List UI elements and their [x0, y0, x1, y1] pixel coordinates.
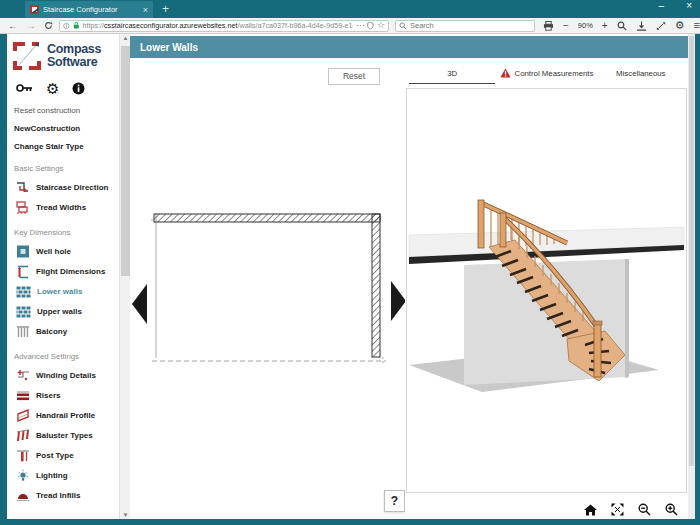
- sidebar-item-balcony[interactable]: Balcony: [16, 324, 119, 339]
- search-icon: [399, 22, 407, 30]
- site-favicon: [30, 5, 39, 14]
- page-title: Lower Walls: [140, 42, 198, 53]
- home-view-icon[interactable]: [584, 504, 597, 516]
- sidebar-scroll-thumb[interactable]: [121, 46, 130, 276]
- search-box[interactable]: [395, 20, 535, 32]
- sidebar-scrollbar[interactable]: ▲ ▼: [119, 34, 130, 519]
- sidebar-item-baluster-types[interactable]: Baluster Types: [16, 428, 119, 443]
- window-minimize-button[interactable]: –: [659, 0, 665, 11]
- compass-logo: Compass Software: [12, 41, 119, 71]
- tab-3d[interactable]: 3D: [405, 58, 499, 88]
- fit-view-icon[interactable]: [611, 503, 624, 516]
- change-stair-type-link[interactable]: Change Stair Type: [14, 142, 119, 151]
- back-button[interactable]: ←: [8, 21, 18, 31]
- zoom-out-3d-icon[interactable]: [638, 503, 651, 516]
- url-text: https://csstaircaseconfigurator.azureweb…: [82, 21, 353, 30]
- tread-widths-icon: [16, 201, 30, 214]
- settings-gear-icon[interactable]: ⚙: [675, 20, 685, 31]
- new-construction-link[interactable]: NewConstruction: [14, 124, 119, 133]
- post-type-icon: [16, 449, 30, 462]
- sidebar-item-post-type[interactable]: Post Type: [16, 448, 119, 463]
- window-close-button[interactable]: ×: [686, 0, 692, 11]
- secure-lock-icon[interactable]: [73, 21, 80, 30]
- print-icon[interactable]: [543, 21, 554, 31]
- sidebar-item-well-hole[interactable]: Well hole: [16, 244, 119, 259]
- section-key-dimensions: Key Dimensions: [14, 228, 119, 237]
- new-tab-button[interactable]: +: [162, 2, 169, 16]
- menu-icon[interactable]: ≡: [694, 20, 700, 31]
- tab-control-measurements[interactable]: Control Measurements: [499, 58, 593, 88]
- staircase-configurator-app: Compass Software ⚙ Reset construction Ne…: [7, 34, 695, 519]
- staircase-direction-icon: [16, 181, 30, 194]
- pocket-shield-icon[interactable]: [367, 21, 374, 30]
- search-input[interactable]: [410, 21, 520, 30]
- browser-toolbar: ← → https://csstaircaseconfigurator.azur…: [0, 18, 700, 34]
- sidebar-item-handrail-profile[interactable]: Handrail Profile: [16, 408, 119, 423]
- top-wall-hatched[interactable]: [154, 214, 380, 222]
- section-advanced-settings: Advanced Settings: [14, 352, 119, 361]
- bookmark-star-icon[interactable]: ☆: [377, 21, 385, 30]
- sidebar-item-tread-widths[interactable]: Tread Widths: [16, 200, 119, 215]
- compass-logo-icon: [12, 41, 42, 71]
- sidebar: Compass Software ⚙ Reset construction Ne…: [7, 34, 119, 519]
- reload-icon[interactable]: [44, 21, 53, 30]
- upper-walls-icon: [16, 306, 31, 318]
- page-header: Lower Walls: [130, 36, 688, 58]
- plan-2d-panel: Reset ?: [130, 58, 405, 519]
- zoom-in-3d-icon[interactable]: [665, 503, 678, 516]
- tab-close-icon[interactable]: ×: [143, 5, 148, 15]
- winding-details-icon: [16, 369, 30, 382]
- next-view-arrow[interactable]: [391, 281, 406, 321]
- page-scrollbar[interactable]: [688, 34, 695, 519]
- reset-construction-link[interactable]: Reset construction: [14, 106, 119, 115]
- sidebar-item-lighting[interactable]: Lighting: [16, 468, 119, 483]
- browser-titlebar: Staircase Configurator × + – ×: [0, 0, 700, 18]
- info-icon[interactable]: [72, 82, 85, 95]
- wall-plan-drawing[interactable]: [150, 210, 390, 368]
- browser-tab[interactable]: Staircase Configurator ×: [25, 1, 153, 18]
- handrail-profile-icon: [16, 409, 30, 422]
- warning-icon: [500, 68, 511, 78]
- well-hole-icon: [16, 245, 30, 258]
- view-3d-panel: 3D Control Measurements Miscellaneous: [405, 58, 688, 519]
- logo-text: Compass Software: [47, 43, 101, 69]
- sidebar-item-flight-dimensions[interactable]: Flight Dimensions: [16, 264, 119, 279]
- zoom-level[interactable]: 90%: [578, 21, 593, 30]
- page-actions-icon[interactable]: ⋯: [356, 22, 364, 30]
- help-button[interactable]: ?: [384, 490, 405, 512]
- sidebar-item-upper-walls[interactable]: Upper walls: [16, 304, 119, 319]
- license-key-icon[interactable]: [16, 83, 33, 93]
- tab-title: Staircase Configurator: [43, 5, 139, 14]
- forward-button[interactable]: →: [26, 21, 36, 31]
- zoom-out-button[interactable]: −: [563, 21, 569, 31]
- fullscreen-diagonal-icon[interactable]: [656, 21, 666, 31]
- staircase-3d-viewport[interactable]: [406, 88, 687, 493]
- lighting-icon: [16, 469, 30, 482]
- find-icon[interactable]: [617, 21, 627, 31]
- sidebar-item-lower-walls[interactable]: Lower walls: [16, 284, 119, 299]
- settings-icon[interactable]: ⚙: [46, 81, 59, 96]
- balcony-icon: [16, 326, 30, 338]
- site-info-icon[interactable]: [63, 22, 70, 30]
- viewport-controls: [584, 503, 678, 516]
- tab-miscellaneous[interactable]: Miscellaneous: [594, 58, 688, 88]
- previous-view-arrow[interactable]: [132, 284, 147, 324]
- page-scroll-thumb[interactable]: [689, 36, 694, 466]
- flight-dimensions-icon: [16, 265, 30, 279]
- baluster-types-icon: [16, 429, 30, 442]
- sidebar-item-risers[interactable]: Risers: [16, 388, 119, 403]
- right-wall-hatched[interactable]: [372, 214, 380, 357]
- staircase-3d-render: [407, 89, 686, 492]
- sidebar-item-winding-details[interactable]: Winding Details: [16, 368, 119, 383]
- sidebar-item-staircase-direction[interactable]: Staircase Direction: [16, 180, 119, 195]
- view-tabs: 3D Control Measurements Miscellaneous: [405, 58, 688, 88]
- zoom-in-button[interactable]: +: [602, 21, 608, 31]
- sidebar-item-tread-infills[interactable]: Tread Infills: [16, 488, 119, 503]
- address-bar[interactable]: https://csstaircaseconfigurator.azureweb…: [59, 20, 389, 32]
- tread-infills-icon: [16, 490, 30, 502]
- lower-walls-icon: [16, 286, 31, 298]
- section-basic-settings: Basic Settings: [14, 164, 119, 173]
- reset-button[interactable]: Reset: [328, 68, 380, 85]
- download-icon[interactable]: [636, 21, 647, 31]
- risers-icon: [16, 390, 30, 402]
